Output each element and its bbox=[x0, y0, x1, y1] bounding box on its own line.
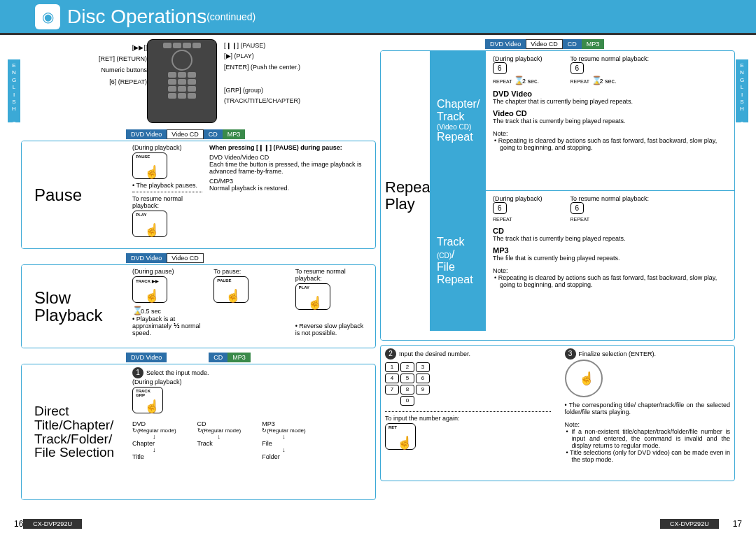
text: Note: bbox=[493, 267, 727, 274]
remote-label: [6] (REPEAT) bbox=[21, 76, 147, 87]
model-label: CX-DVP292U bbox=[660, 519, 719, 529]
text: • Repeating is cleared by actions such a… bbox=[493, 137, 727, 151]
footer: 16 CX-DVP292U CX-DVP292U 17 bbox=[0, 519, 756, 529]
heading: DVD Video bbox=[493, 90, 727, 98]
text: To resume normal playback: bbox=[570, 55, 650, 62]
badge-vcd: Video CD bbox=[167, 253, 203, 263]
press-grp-icon: TRACKGRP bbox=[132, 387, 163, 413]
text: When pressing [❙❙] (PAUSE) during pause: bbox=[209, 144, 370, 151]
text: To resume normal playback: bbox=[570, 195, 650, 202]
badge-dvd: DVD Video bbox=[485, 39, 526, 49]
section-slow: SlowPlayback (During pause) TRACK ▶▶ ⌛0.… bbox=[21, 264, 376, 348]
text: To input the number again: bbox=[385, 415, 551, 422]
section-title: Slow bbox=[34, 289, 127, 306]
heading: CD bbox=[493, 227, 727, 235]
hourglass-icon: ⌛ bbox=[592, 76, 600, 85]
badge-mp3: MP3 bbox=[582, 39, 605, 49]
badge-cd: CD bbox=[563, 39, 582, 49]
heading: MP3 bbox=[493, 246, 727, 255]
section-direct: Direct Title/Chapter/ Track/Folder/ File… bbox=[21, 364, 376, 500]
numeric-keypad-icon: 123 456 789 0 bbox=[385, 362, 430, 406]
text: DVD Video/Video CD bbox=[209, 154, 370, 161]
remote-label: [▶▶|] bbox=[21, 42, 147, 53]
text: • If a non-existent title/chapter/track/… bbox=[565, 428, 731, 449]
badge-cd: CD bbox=[204, 129, 223, 139]
remote-label: (TRACK/TITLE/CHAPTER) bbox=[224, 96, 376, 106]
hourglass-icon: ⌛ bbox=[132, 306, 141, 315]
step-number-icon: 3 bbox=[565, 348, 576, 360]
header-continued: (continued) bbox=[206, 11, 255, 22]
badge-mp3: MP3 bbox=[227, 353, 251, 362]
hourglass-icon: ⌛ bbox=[514, 76, 522, 85]
page-number: 16 bbox=[14, 519, 23, 529]
text: To resume normal playback: bbox=[132, 195, 202, 209]
text: CD/MP3 bbox=[209, 178, 370, 185]
remote-label: [RET] (RETURN) bbox=[21, 53, 147, 64]
repeat-button-icon: 6 bbox=[570, 62, 584, 74]
remote-label: [❙❙] (PAUSE) bbox=[224, 41, 376, 51]
press-play-icon: PLAY bbox=[295, 283, 330, 310]
remote-label: [ENTER] (Push the center.) bbox=[224, 62, 376, 73]
section-title: Playback bbox=[34, 306, 127, 324]
section-title: Direct bbox=[34, 404, 127, 418]
section-title: Track/Folder/ bbox=[34, 432, 127, 446]
page-header: ◉ Disc Operations (continued) bbox=[0, 0, 756, 35]
text: Note: bbox=[493, 130, 727, 137]
remote-diagram: [▶▶|] [RET] (RETURN) Numeric buttons [6]… bbox=[21, 39, 376, 127]
side-tab-left: ENGLISH7 bbox=[8, 59, 20, 122]
text: MP3 bbox=[262, 420, 306, 427]
remote-label: [GRP] (group) bbox=[224, 85, 376, 96]
step-number-icon: 2 bbox=[385, 348, 396, 360]
badge-mp3: MP3 bbox=[223, 129, 246, 139]
text: Track bbox=[197, 440, 241, 447]
text: • The corresponding title/ chapter/track… bbox=[565, 401, 731, 415]
text: • Title selections (only for DVD video) … bbox=[565, 449, 731, 463]
repeat-button-icon: 6 bbox=[493, 202, 507, 214]
badge-vcd: Video CD bbox=[167, 129, 203, 139]
badge-dvd: DVD Video bbox=[126, 353, 167, 362]
text: Note: bbox=[565, 421, 731, 428]
text: 0.5 sec bbox=[141, 308, 161, 315]
model-label: CX-DVP292U bbox=[23, 519, 82, 529]
remote-image bbox=[147, 39, 217, 123]
text: • The playback pauses. bbox=[132, 182, 202, 189]
text: The track that is currently being played… bbox=[493, 118, 727, 125]
section-title: Repeat bbox=[385, 179, 430, 195]
text: CD bbox=[197, 420, 241, 427]
text: DVD bbox=[132, 420, 176, 427]
repeat-button-icon: 6 bbox=[493, 62, 507, 74]
text: Title bbox=[132, 453, 176, 460]
text: Each time the button is pressed, the ima… bbox=[209, 161, 370, 175]
text: (During playback) bbox=[493, 195, 542, 202]
repeat-button-icon: 6 bbox=[570, 202, 584, 214]
press-pause-icon: PAUSE bbox=[132, 152, 167, 179]
text: Normal playback is restored. bbox=[209, 185, 370, 192]
section-title: Play bbox=[385, 196, 430, 212]
text: (During playback) bbox=[132, 144, 202, 151]
section-title: File Selection bbox=[34, 446, 127, 460]
text: The chapter that is currently being play… bbox=[493, 98, 727, 105]
remote-label: Numeric buttons bbox=[21, 64, 147, 76]
text: Finalize selection (ENTER). bbox=[579, 350, 657, 357]
text: • Repeating is cleared by actions such a… bbox=[493, 274, 727, 288]
press-ret-icon: RET bbox=[385, 423, 416, 450]
text: Folder bbox=[262, 453, 306, 460]
repeat-sub-chapter: Chapter/ Track (Video CD) Repeat bbox=[430, 51, 486, 190]
side-tab-right: ENGLISH8 bbox=[736, 59, 748, 122]
remote-label: [▶] (PLAY) bbox=[224, 51, 376, 62]
section-title: Title/Chapter/ bbox=[34, 418, 127, 432]
heading: Video CD bbox=[493, 109, 727, 118]
text: • Reverse slow playback is not possible. bbox=[295, 322, 370, 336]
badge-vcd: Video CD bbox=[526, 39, 562, 49]
text: (During pause) bbox=[132, 268, 206, 275]
text: Input the desired number. bbox=[399, 350, 470, 357]
badge-dvd: DVD Video bbox=[126, 253, 167, 263]
section-direct-right: 2Input the desired number. 123 456 789 0… bbox=[380, 345, 735, 481]
repeat-sub-track: Track (CD)/ File Repeat bbox=[430, 191, 486, 331]
section-repeat: Repeat Play Chapter/ Track (Video CD) Re… bbox=[380, 50, 735, 341]
press-play-icon: PLAY bbox=[132, 211, 167, 237]
badge-cd: CD bbox=[209, 353, 227, 362]
step-number-icon: 1 bbox=[132, 367, 144, 378]
page-number: 17 bbox=[733, 519, 742, 529]
disc-icon: ◉ bbox=[35, 4, 60, 29]
